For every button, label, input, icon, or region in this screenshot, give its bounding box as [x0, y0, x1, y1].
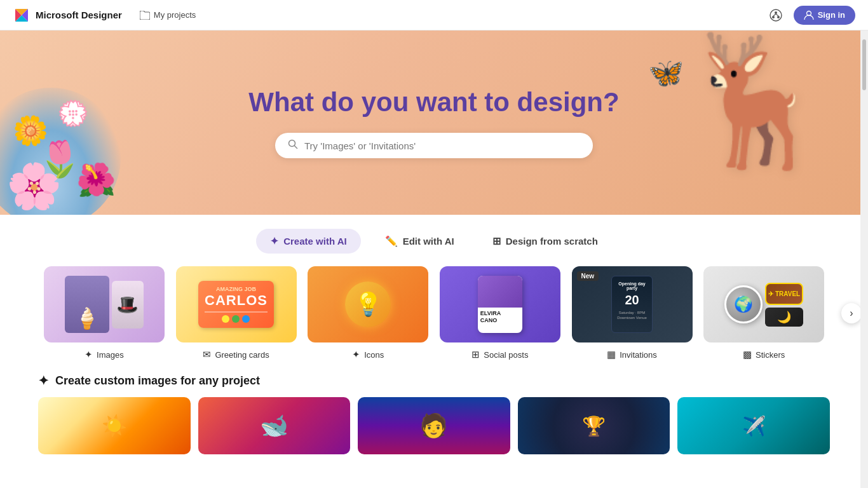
- inv-icon: ▦: [607, 349, 616, 360]
- category-icons[interactable]: 💡 ✦ Icons: [302, 266, 434, 360]
- edit-ai-icon: ✏️: [385, 235, 398, 247]
- category-images[interactable]: 🍦 🎩 ✦ Images: [38, 266, 170, 360]
- category-social-posts[interactable]: ELVIRA CANO ⊞ Social posts: [434, 266, 566, 360]
- next-arrow[interactable]: ›: [841, 303, 862, 323]
- account-icon: [804, 10, 814, 20]
- category-thumb-stickers: 🌍 ✈ TRAVEL 🌙: [703, 266, 824, 342]
- folder-icon: [140, 11, 150, 20]
- custom-thumb-5[interactable]: ✈️: [677, 397, 830, 454]
- hero-decoration-deer: 🦌: [677, 37, 836, 164]
- svg-line-6: [776, 14, 778, 16]
- scrollbar-thumb: [862, 39, 866, 90]
- share-icon: [770, 9, 782, 22]
- hero-title: What do you want to design?: [248, 87, 619, 118]
- categories-section: 🍦 🎩 ✦ Images AMAZING JOB CARLOS ✉ Gree: [0, 266, 868, 360]
- tab-scratch-label: Design from scratch: [506, 236, 598, 247]
- inv-details: Saturday · 8PMDowntown Venue: [617, 310, 647, 321]
- sign-in-label: Sign in: [818, 10, 845, 20]
- custom-thumb-1[interactable]: ☀️: [38, 397, 191, 454]
- navbar: Microsoft Designer My projects: [0, 0, 868, 30]
- category-invitations[interactable]: New Opening dayparty 20 Saturday · 8PMDo…: [566, 266, 698, 360]
- custom-thumb-2[interactable]: 🐋: [198, 397, 351, 454]
- tab-edit-with-ai[interactable]: ✏️ Edit with AI: [371, 229, 468, 254]
- category-thumb-icons: 💡: [308, 266, 428, 342]
- tabs-section: ✦ Create with AI ✏️ Edit with AI ⊞ Desig…: [0, 215, 868, 266]
- logo: Microsoft Designer: [13, 6, 122, 24]
- social-card: ELVIRA CANO: [478, 276, 522, 333]
- custom-header-icon: ✦: [38, 373, 49, 388]
- category-greeting-label: ✉ Greeting cards: [203, 349, 269, 360]
- greeting-card-inner: AMAZING JOB CARLOS: [198, 281, 274, 328]
- social-card-text: ELVIRA CANO: [478, 308, 522, 327]
- navbar-left: Microsoft Designer My projects: [13, 6, 201, 24]
- svg-point-3: [772, 16, 775, 18]
- category-stickers[interactable]: 🌍 ✈ TRAVEL 🌙 ▩ Stickers: [698, 266, 830, 360]
- greeting-line1: AMAZING JOB: [205, 286, 268, 292]
- brand-name: Microsoft Designer: [36, 10, 122, 20]
- scrollbar[interactable]: [860, 30, 868, 488]
- hero-decoration-butterfly: 🦋: [648, 56, 684, 90]
- stickers-icon: ▩: [743, 349, 752, 360]
- inv-date: 20: [625, 293, 639, 308]
- hero-banner: 🌸 🌷 🌺 🌼 💮 🦌 🦋 What do you want to design…: [0, 30, 868, 215]
- search-icon: [288, 139, 298, 152]
- sign-in-button[interactable]: Sign in: [794, 6, 855, 25]
- search-bar[interactable]: [275, 133, 593, 158]
- thumb-img1: 🍦: [65, 276, 109, 333]
- custom-thumbnails: ☀️ 🐋 🧑 🏆 ✈️: [38, 397, 830, 454]
- custom-images-section: ✦ Create custom images for any project ☀…: [0, 360, 868, 454]
- tab-create-with-ai[interactable]: ✦ Create with AI: [256, 229, 360, 254]
- category-thumb-greeting: AMAZING JOB CARLOS: [176, 266, 297, 342]
- custom-thumb-3[interactable]: 🧑: [358, 397, 510, 454]
- category-stickers-label: ▩ Stickers: [743, 349, 785, 360]
- images-icon: ✦: [85, 349, 93, 360]
- my-projects-button[interactable]: My projects: [135, 8, 201, 22]
- category-icons-label: ✦ Icons: [352, 349, 384, 360]
- category-thumb-images: 🍦 🎩: [44, 266, 165, 342]
- tab-create-label: Create with AI: [283, 236, 346, 247]
- inv-event: Opening dayparty: [618, 281, 645, 290]
- create-ai-icon: ✦: [270, 235, 278, 247]
- category-thumb-invitations: New Opening dayparty 20 Saturday · 8PMDo…: [572, 266, 693, 342]
- thumb-img2: 🎩: [112, 281, 144, 329]
- greeting-name: CARLOS: [205, 292, 268, 309]
- icons-icon: ✦: [352, 349, 360, 360]
- category-images-label: ✦ Images: [85, 349, 124, 360]
- tab-design-scratch[interactable]: ⊞ Design from scratch: [478, 229, 612, 254]
- social-icon: ⊞: [471, 349, 480, 360]
- svg-line-9: [295, 146, 297, 149]
- my-projects-label: My projects: [154, 10, 196, 20]
- tab-edit-label: Edit with AI: [403, 236, 454, 247]
- category-invitations-label: ▦ Invitations: [607, 349, 657, 360]
- scratch-icon: ⊞: [492, 235, 501, 247]
- bulb-icon: 💡: [345, 281, 391, 327]
- share-button[interactable]: [766, 5, 786, 25]
- hero-decoration-left: 🌸 🌷 🌺 🌼 💮: [0, 50, 172, 215]
- svg-point-4: [777, 16, 780, 18]
- invitation-card: Opening dayparty 20 Saturday · 8PMDownto…: [611, 276, 653, 333]
- svg-point-1: [770, 10, 782, 21]
- custom-images-header: ✦ Create custom images for any project: [38, 373, 830, 388]
- greeting-icon: ✉: [203, 349, 211, 360]
- svg-point-2: [775, 11, 777, 14]
- custom-thumb-4[interactable]: 🏆: [518, 397, 670, 454]
- category-thumb-social: ELVIRA CANO: [440, 266, 560, 342]
- social-card-header: [478, 276, 522, 308]
- logo-icon: [13, 6, 31, 24]
- category-greeting-cards[interactable]: AMAZING JOB CARLOS ✉ Greeting cards: [170, 266, 302, 360]
- category-social-label: ⊞ Social posts: [471, 349, 528, 360]
- sticker-ball: 🌍: [724, 285, 763, 323]
- navbar-right: Sign in: [766, 5, 855, 25]
- sticker-travel: ✈ TRAVEL: [765, 283, 803, 305]
- search-input[interactable]: [304, 140, 580, 151]
- custom-images-title: Create custom images for any project: [55, 374, 260, 388]
- new-badge: New: [577, 271, 599, 281]
- svg-line-5: [773, 14, 776, 16]
